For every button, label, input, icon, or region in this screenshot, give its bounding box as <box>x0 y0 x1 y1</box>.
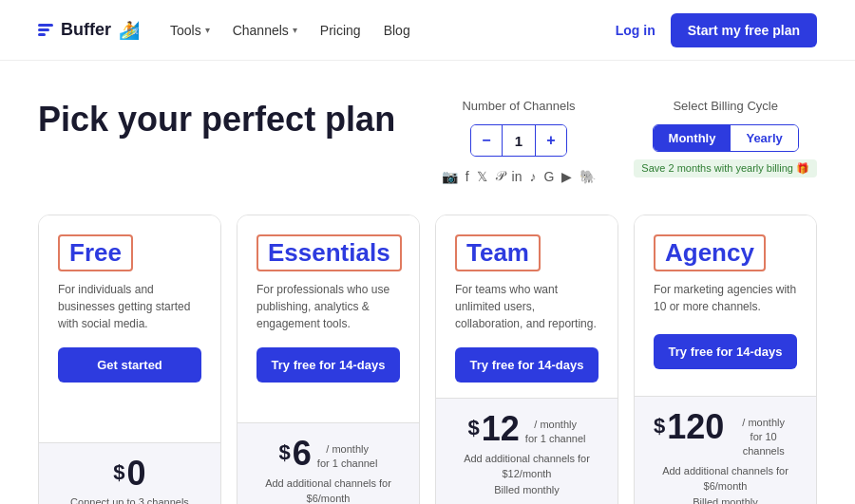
plan-desc-agency: For marketing agencies with 10 or more c… <box>654 281 797 319</box>
plan-desc-team: For teams who want unlimited users, coll… <box>455 281 598 332</box>
google-icon: G <box>543 169 554 184</box>
price-main-free: $ 0 <box>58 457 201 491</box>
social-icons-row: 📷 f 𝕏 𝒫 in ♪ G ▶ 🐘 <box>442 168 597 184</box>
price-section-team: $ 12 / monthlyfor 1 channel Add addition… <box>436 398 618 504</box>
plan-cta-team[interactable]: Try free for 14-days <box>455 347 598 383</box>
nav-blog[interactable]: Blog <box>384 23 410 38</box>
card-top-team: Team For teams who want unlimited users,… <box>436 215 618 398</box>
plan-card-team: Team For teams who want unlimited users,… <box>435 215 618 504</box>
page-header: Pick your perfect plan Number of Channel… <box>38 99 817 184</box>
plan-name-free: Free <box>58 234 133 271</box>
twitter-icon: 𝕏 <box>477 169 487 184</box>
billing-toggle: Monthly Yearly <box>653 124 799 152</box>
logo[interactable]: Buffer 🏄 <box>38 20 140 41</box>
price-dollar-team: $ <box>468 416 480 440</box>
billing-monthly-button[interactable]: Monthly <box>654 125 732 151</box>
channel-counter: − 1 + <box>470 124 567 157</box>
price-main-agency: $ 120 / monthlyfor 10 channels <box>654 410 797 459</box>
header-right: Log in Start my free plan <box>616 13 817 47</box>
header-left: Buffer 🏄 Tools ▾ Channels ▾ Pricing Blog <box>38 20 410 41</box>
buffer-logo-icon <box>38 24 53 36</box>
plan-card-free: Free For individuals and businesses gett… <box>38 215 221 504</box>
price-amount-free: 0 <box>127 457 146 491</box>
billing-control: Select Billing Cycle Monthly Yearly Save… <box>634 99 817 177</box>
main-content: Pick your perfect plan Number of Channel… <box>0 61 855 504</box>
chevron-down-icon: ▾ <box>205 25 210 35</box>
price-sub-free: Connect up to 3 channels <box>58 495 201 504</box>
facebook-icon: f <box>466 169 469 184</box>
plan-name-agency: Agency <box>654 234 766 271</box>
chevron-down-icon: ▾ <box>293 25 297 35</box>
login-button[interactable]: Log in <box>616 23 656 38</box>
linkedin-icon: in <box>512 169 522 184</box>
price-detail-agency: / monthlyfor 10 channels <box>730 416 797 459</box>
channel-value: 1 <box>502 125 536 156</box>
price-dollar-free: $ <box>113 460 124 485</box>
price-sub-team: Add additional channels for $12/monthBil… <box>455 451 598 498</box>
channels-label: Number of Channels <box>462 99 575 113</box>
plan-desc-essentials: For professionals who use publishing, an… <box>256 281 400 332</box>
billing-yearly-button[interactable]: Yearly <box>731 125 797 151</box>
price-main-team: $ 12 / monthlyfor 1 channel <box>455 412 598 447</box>
price-detail-team: / monthlyfor 1 channel <box>525 418 586 447</box>
plan-name-team: Team <box>455 234 541 271</box>
instagram-icon: 📷 <box>442 169 458 184</box>
price-dollar-agency: $ <box>654 414 665 439</box>
start-free-plan-button[interactable]: Start my free plan <box>671 13 817 47</box>
plan-controls: Number of Channels − 1 + 📷 f 𝕏 𝒫 in ♪ G … <box>442 99 817 184</box>
price-detail-essentials: / monthlyfor 1 channel <box>317 442 378 472</box>
main-nav: Tools ▾ Channels ▾ Pricing Blog <box>170 23 410 38</box>
pinterest-icon: 𝒫 <box>495 168 504 184</box>
price-section-free: $ 0 Connect up to 3 channels <box>39 442 220 504</box>
price-dollar-essentials: $ <box>279 440 291 465</box>
price-amount-agency: 120 <box>667 410 724 444</box>
billing-label: Select Billing Cycle <box>673 99 778 113</box>
nav-tools[interactable]: Tools ▾ <box>170 23 210 38</box>
plan-cta-agency[interactable]: Try free for 14-days <box>654 334 797 369</box>
plan-card-agency: Agency For marketing agencies with 10 or… <box>634 215 817 504</box>
header: Buffer 🏄 Tools ▾ Channels ▾ Pricing Blog… <box>0 0 855 61</box>
nav-pricing[interactable]: Pricing <box>320 23 361 38</box>
card-top-free: Free For individuals and businesses gett… <box>39 215 220 442</box>
plan-card-essentials: Essentials For professionals who use pub… <box>237 215 420 504</box>
price-amount-team: 12 <box>482 412 520 446</box>
price-amount-essentials: 6 <box>293 437 312 471</box>
plan-desc-free: For individuals and businesses getting s… <box>58 281 201 332</box>
mastodon-icon: 🐘 <box>580 169 596 184</box>
youtube-icon: ▶ <box>561 169 572 184</box>
channel-decrement-button[interactable]: − <box>471 125 502 156</box>
card-top-agency: Agency For marketing agencies with 10 or… <box>635 215 816 396</box>
pricing-cards: Free For individuals and businesses gett… <box>38 215 817 504</box>
tiktok-icon: ♪ <box>529 169 536 184</box>
logo-text: Buffer <box>61 20 111 40</box>
page-title: Pick your perfect plan <box>38 99 395 140</box>
price-sub-essentials: Add additional channels for $6/monthBill… <box>256 476 400 504</box>
price-sub-agency: Add additional channels for $6/monthBill… <box>654 463 797 504</box>
price-section-agency: $ 120 / monthlyfor 10 channels Add addit… <box>635 396 816 504</box>
price-section-essentials: $ 6 / monthlyfor 1 channel Add additiona… <box>238 422 419 504</box>
logo-emoji: 🏄 <box>119 20 140 41</box>
save-badge: Save 2 months with yearly billing 🎁 <box>634 159 817 177</box>
plan-cta-free[interactable]: Get started <box>58 347 201 383</box>
plan-cta-essentials[interactable]: Try free for 14-days <box>256 347 400 383</box>
nav-channels[interactable]: Channels ▾ <box>233 23 297 38</box>
plan-name-essentials: Essentials <box>256 234 402 271</box>
price-main-essentials: $ 6 / monthlyfor 1 channel <box>256 437 400 472</box>
channels-control: Number of Channels − 1 + 📷 f 𝕏 𝒫 in ♪ G … <box>442 99 597 184</box>
channel-increment-button[interactable]: + <box>536 125 566 156</box>
card-top-essentials: Essentials For professionals who use pub… <box>238 215 419 422</box>
